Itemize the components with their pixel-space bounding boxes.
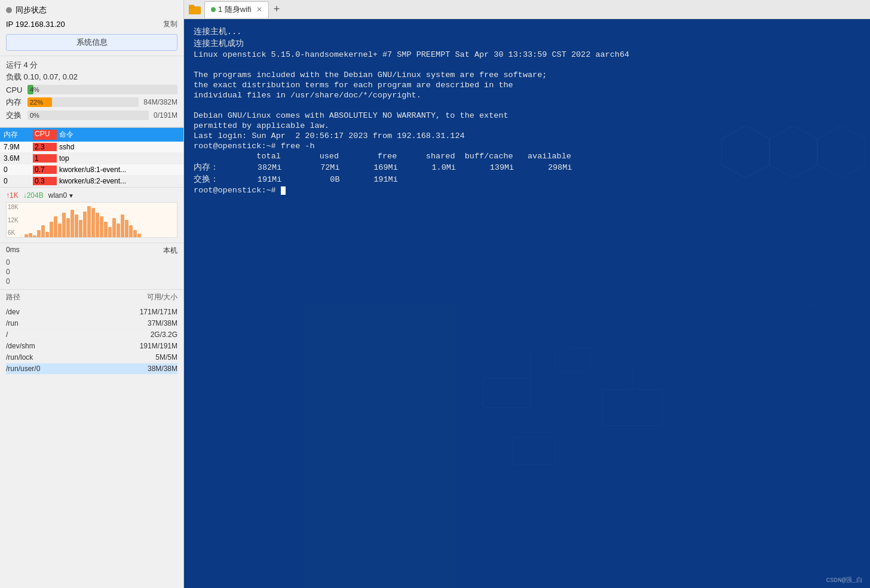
ping-row-3: 0 [6,277,177,286]
terminal-line: Debian GNU/Linux comes with ABSOLUTELY N… [194,111,860,120]
sync-dot [6,7,12,13]
ping-row-2: 0 [6,268,177,276]
net-iface[interactable]: wlan0 ▼ [48,191,74,200]
chart-bar [91,208,95,237]
chart-bar [41,225,45,237]
chart-bar [83,212,87,238]
chart-bar [112,218,116,237]
proc-header-cpu: CPU [33,130,57,140]
proc-cmd: kworker/u8:2-event... [59,177,180,185]
svg-rect-8 [513,437,555,464]
process-row[interactable]: 0 0.7 kworker/u8:1-event... [0,164,183,176]
chart-bar [125,220,128,237]
chart-bar [37,230,41,237]
network-section: ↑1K ↓204B wlan0 ▼ 18K 12K 6K [0,187,183,243]
copy-button[interactable]: 复制 [163,19,177,29]
chart-bar [121,215,124,237]
chart-bar [33,235,36,237]
svg-rect-5 [483,378,531,408]
svg-point-12 [740,306,870,449]
terminal-line: Last login: Sun Apr 2 20:56:17 2023 from… [194,131,860,140]
proc-cmd: sshd [59,143,180,151]
folder-icon[interactable] [186,1,203,18]
disk-row-selected[interactable]: /run/user/0 38M/38M [6,363,177,375]
cpu-label: CPU [6,85,25,94]
ping-time: 0ms [6,246,20,256]
net-up: ↑1K [6,191,19,200]
disk-size: 191M/191M [140,342,177,350]
tab-status-dot [211,7,216,12]
process-table: 内存 CPU 命令 7.9M 2.3 sshd 3.6M 1 top 0 0.7… [0,127,183,187]
chart-bar [117,223,120,237]
svg-rect-1 [189,5,194,8]
mem-detail: 84M/382M [143,98,177,106]
mem-label: 内存 [6,97,25,108]
chart-bar [87,206,91,237]
tab-close-icon[interactable]: ✕ [256,5,262,14]
swap-bar-container: 0% [27,111,149,120]
disk-row[interactable]: /run/lock 5M/5M [6,352,177,363]
chart-bar [58,223,62,237]
disk-path: /run [6,319,148,327]
terminal-line: 连接主机... [194,26,860,37]
swap-detail: 0/191M [154,111,177,120]
chart-label-12k: 12K [8,217,19,223]
chart-bar [50,222,53,237]
tab-add-button[interactable]: + [270,3,284,16]
watermark: CSDN@强_白 [826,575,863,584]
disk-row[interactable]: /run 37M/38M [6,318,177,329]
terminal-line: the exact distribution terms for each pr… [194,81,860,90]
terminal-line: Linux openstick 5.15.0-handsomekernel+ #… [194,50,860,59]
disk-path: /dev/shm [6,342,140,350]
chart-bar [137,234,141,237]
mem-stat-row: 内存 22% 84M/382M [6,97,177,108]
terminal-line [194,60,860,69]
ping-row-1: 0 [6,258,177,267]
disk-row[interactable]: / 2G/3.2G [6,329,177,341]
terminal-line: individual files in /usr/share/doc/*/cop… [194,91,860,100]
tab-active[interactable]: 1 随身wifi ✕ [204,1,269,18]
proc-cmd: top [59,154,180,163]
disk-size: 37M/38M [148,319,177,327]
proc-cpu: 2.3 [33,143,57,151]
disk-row[interactable]: /dev 171M/171M [6,307,177,318]
proc-header-mem: 内存 [4,130,30,140]
network-header: ↑1K ↓204B wlan0 ▼ [6,191,177,200]
chart-bar [75,215,78,237]
sync-status: 同步状态 [6,5,177,16]
chart-bar [62,213,66,237]
swap-label: 交换 [6,110,25,121]
chart-bar [100,216,103,237]
disk-size: 171M/171M [140,308,177,316]
proc-header-cmd: 命令 [59,130,180,140]
uptime-row: 运行 4 分 [6,60,177,71]
sys-info-button[interactable]: 系统信息 [6,34,177,51]
process-row[interactable]: 3.6M 1 top [0,153,183,164]
chart-label-18k: 18K [8,204,19,210]
chart-bar [79,220,82,237]
chart-bar [96,213,99,237]
mem-bar-container: 22% [27,97,139,107]
proc-mem: 0 [4,177,30,185]
terminal-line: total used free shared buff/cache availa… [194,152,860,161]
sync-status-label: 同步状态 [16,5,47,16]
process-row[interactable]: 7.9M 2.3 sshd [0,142,183,153]
chart-bars [23,203,177,237]
chart-bar [104,222,108,237]
proc-cpu: 1 [33,154,57,163]
terminal-line [194,101,860,110]
terminal-line: 内存： 382Mi 72Mi 169Mi 1.0Mi 139Mi 298Mi [194,162,860,173]
terminal[interactable]: 连接主机... 连接主机成功 Linux openstick 5.15.0-ha… [184,19,870,588]
terminal-prompt-line: root@openstick:~# free -h [194,142,860,151]
proc-mem: 0 [4,166,30,174]
chart-bar [29,233,32,237]
disk-size: 5M/5M [155,353,177,362]
proc-cpu: 0.7 [33,166,57,174]
process-row[interactable]: 0 0.3 kworker/u8:2-event... [0,176,183,187]
chart-bar [71,210,74,237]
disk-size: 38M/38M [148,365,177,373]
disk-row[interactable]: /dev/shm 191M/191M [6,341,177,352]
tab-bar: 1 随身wifi ✕ + [184,0,870,19]
network-chart: 18K 12K 6K [6,202,177,238]
svg-point-13 [764,330,859,425]
